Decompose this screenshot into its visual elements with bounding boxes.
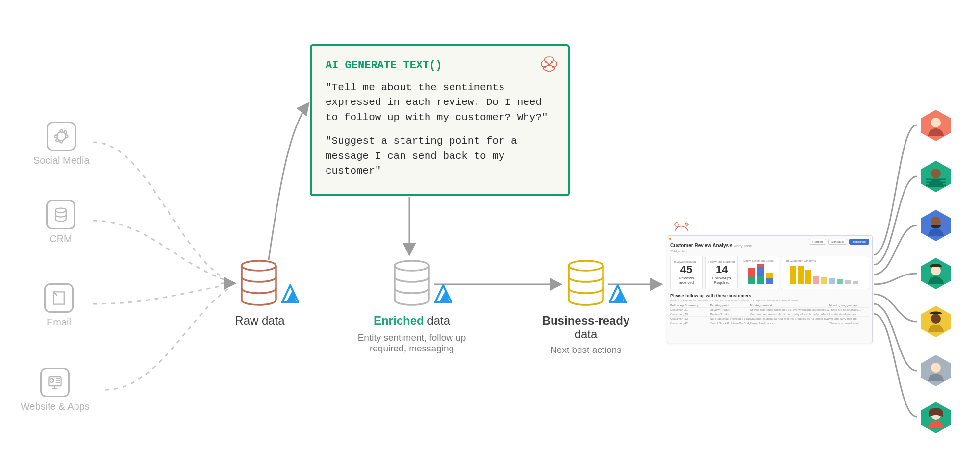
- svg-rect-21: [757, 264, 764, 267]
- ai-fn-name: AI_GENERATE_TEXT(): [326, 58, 554, 74]
- source-label: Social Media: [33, 155, 90, 166]
- dash-schedule-button[interactable]: Schedule: [828, 239, 847, 245]
- svg-rect-27: [798, 266, 804, 284]
- user-avatar-icon: [919, 354, 953, 387]
- svg-rect-31: [829, 278, 835, 284]
- dash-sentiment-card: Entity Sentiment Count: [741, 256, 779, 289]
- user-avatar-icon: [919, 401, 953, 434]
- dash-reviews-val: 45: [680, 263, 692, 276]
- svg-point-44: [931, 314, 941, 324]
- svg-point-38: [931, 169, 941, 178]
- svg-rect-33: [845, 280, 851, 284]
- dash-concerns-card: Top Customer Concerns: [782, 256, 869, 289]
- enriched-db-sub: Entity sentiment, follow up required, me…: [343, 332, 480, 354]
- dash-followups-val: 14: [716, 263, 728, 276]
- source-email: Email: [44, 283, 74, 328]
- delta-icon: [609, 284, 627, 304]
- svg-point-4: [60, 140, 63, 143]
- svg-rect-30: [821, 277, 827, 284]
- svg-rect-20: [748, 277, 755, 284]
- svg-rect-29: [813, 276, 819, 284]
- delta-icon: [281, 284, 299, 304]
- svg-point-18: [675, 223, 678, 226]
- genie-icon: [672, 220, 691, 234]
- svg-rect-28: [805, 270, 811, 284]
- svg-point-42: [931, 266, 941, 275]
- svg-rect-24: [766, 273, 773, 278]
- svg-point-10: [242, 261, 276, 271]
- user-avatar-icon: [919, 209, 953, 242]
- raw-db-title: Raw data: [226, 314, 294, 327]
- svg-rect-34: [853, 281, 858, 284]
- bar-chart-icon: [789, 262, 862, 286]
- svg-point-36: [931, 118, 941, 127]
- user-avatar-icon: [919, 109, 953, 142]
- source-label: Email: [44, 317, 74, 328]
- stacked-bar-chart-icon: [746, 262, 774, 286]
- svg-rect-23: [757, 276, 764, 284]
- svg-point-12: [569, 261, 603, 271]
- dash-subtitle: worry_table: [734, 244, 752, 248]
- dash-reviews-label: Reviews received: [673, 276, 700, 285]
- svg-point-3: [55, 135, 57, 137]
- svg-rect-19: [748, 268, 755, 277]
- enriched-db-title: Enriched data: [363, 314, 461, 327]
- ai-prompt-2: "Suggest a starting point for a message …: [326, 134, 554, 178]
- user-avatar-icon: [919, 257, 953, 290]
- svg-point-6: [56, 139, 58, 141]
- email-icon: [44, 283, 74, 313]
- user-avatar-icon: [919, 305, 953, 338]
- svg-point-7: [55, 208, 66, 213]
- table-row: Customer_21Review/ProductService referen…: [670, 307, 869, 312]
- source-label: CRM: [46, 233, 75, 245]
- svg-point-46: [931, 363, 941, 373]
- dash-refresh-button[interactable]: Refresh: [809, 239, 826, 245]
- svg-point-5: [64, 131, 67, 133]
- dash-table-sub: Based on the review and sentiment of a p…: [670, 299, 869, 302]
- table-row: Customer_32No Budget/Not Interested-Prac…: [670, 316, 869, 321]
- business-rest: data: [575, 327, 598, 341]
- svg-rect-22: [757, 267, 764, 276]
- diagram-canvas: Social Media CRM Email Website & Apps Ra…: [0, 0, 980, 475]
- svg-rect-32: [837, 279, 843, 284]
- dash-table-title: Please follow up with these customers: [670, 293, 869, 298]
- svg-point-9: [50, 379, 54, 382]
- source-website-apps: Website & Apps: [21, 368, 90, 412]
- svg-point-1: [60, 130, 63, 132]
- ai-prompt-1: "Tell me about the sentiments expressed …: [326, 80, 554, 125]
- svg-point-11: [395, 261, 429, 271]
- table-row: Customer_42Out of Stock/Problem-No Budge…: [670, 321, 869, 325]
- dash-followups-label: Follow-ups Required: [708, 276, 735, 285]
- enriched-accent: Enriched: [374, 314, 424, 327]
- svg-point-40: [931, 217, 941, 226]
- business-bold: Business-ready: [542, 314, 630, 327]
- dash-subscribe-button[interactable]: Subscribe: [849, 239, 869, 245]
- enriched-rest: data: [424, 314, 450, 327]
- delta-icon: [434, 284, 452, 304]
- crm-icon: [46, 200, 75, 229]
- raw-db: [239, 260, 278, 311]
- social-media-icon: [47, 122, 76, 151]
- source-social-media: Social Media: [33, 122, 90, 166]
- dash-reviews-card: Reviews received 45 Reviews received: [670, 256, 703, 289]
- table-row: Customer_29Review/ProductCustomer expres…: [670, 312, 869, 316]
- user-avatar-icon: [919, 160, 953, 193]
- website-apps-icon: [40, 368, 70, 397]
- dash-followups-card: Follow-ups Required 14 Follow-ups Requir…: [705, 256, 738, 289]
- dash-table: Please follow up with these customers Ba…: [667, 291, 872, 327]
- business-db-title: Business-readydata: [525, 314, 647, 341]
- svg-point-2: [65, 135, 68, 137]
- source-crm: CRM: [46, 200, 75, 245]
- brain-icon: [538, 54, 560, 75]
- ai-generate-box: AI_GENERATE_TEXT() "Tell me about the se…: [310, 44, 570, 196]
- dashboard-preview: Customer Review Analysis worry_table Ref…: [667, 235, 873, 343]
- dash-title: Customer Review Analysis: [670, 243, 732, 248]
- business-db: [566, 260, 605, 311]
- svg-rect-26: [790, 266, 796, 284]
- source-label: Website & Apps: [21, 401, 90, 412]
- enriched-db: [392, 260, 431, 311]
- svg-rect-25: [766, 278, 773, 284]
- business-db-sub: Next best actions: [525, 345, 647, 355]
